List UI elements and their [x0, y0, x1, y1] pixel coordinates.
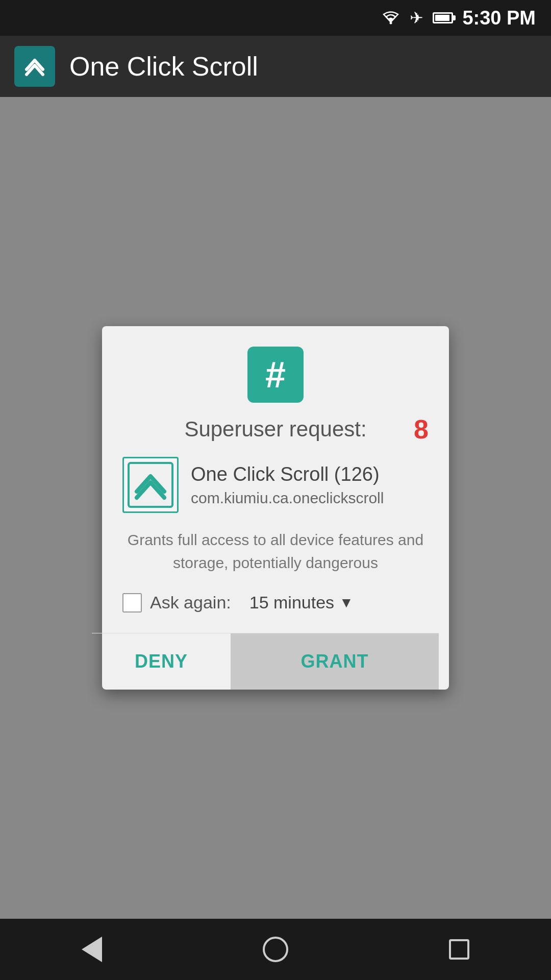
warning-text: Grants full access to all device feature…: [122, 528, 429, 574]
back-button[interactable]: [71, 929, 112, 970]
ask-again-checkbox[interactable]: [122, 593, 142, 612]
airplane-icon: ✈: [410, 8, 423, 28]
back-icon: [82, 937, 102, 962]
nav-bar: [0, 919, 551, 980]
status-bar: ✈ 5:30 PM: [0, 0, 551, 36]
grant-button[interactable]: GRANT: [231, 633, 439, 690]
app-info-package: com.kiumiu.ca.oneclickscroll: [191, 489, 384, 507]
request-count: 8: [414, 414, 429, 445]
home-icon: [263, 937, 288, 962]
app-info-text: One Click Scroll (126) com.kiumiu.ca.one…: [191, 463, 384, 507]
app-bar: One Click Scroll: [0, 36, 551, 97]
app-bar-title: One Click Scroll: [69, 51, 258, 82]
status-icons: ✈ 5:30 PM: [381, 7, 536, 29]
time-value: 15 minutes: [249, 593, 334, 612]
app-info-name: One Click Scroll (126): [191, 463, 384, 485]
recents-icon: [449, 939, 469, 960]
dialog-buttons: DENY GRANT: [92, 633, 439, 690]
app-info-row: One Click Scroll (126) com.kiumiu.ca.one…: [122, 457, 429, 513]
deny-button[interactable]: DENY: [92, 633, 231, 690]
time-dropdown[interactable]: 15 minutes ▼: [249, 593, 354, 612]
hash-symbol: #: [265, 356, 286, 393]
app-bar-icon: [14, 46, 55, 87]
status-time: 5:30 PM: [462, 7, 536, 29]
ask-again-label: Ask again:: [150, 593, 231, 612]
wifi-icon: [381, 11, 400, 25]
dialog-title-row: Superuser request: 8: [122, 417, 429, 442]
svg-point-0: [390, 22, 392, 24]
ask-again-row[interactable]: Ask again: 15 minutes ▼: [122, 593, 429, 612]
superuser-dialog: # Superuser request: 8 One Click Scroll …: [102, 326, 449, 690]
dialog-title: Superuser request:: [184, 417, 366, 442]
home-button[interactable]: [255, 929, 296, 970]
requesting-app-icon: [122, 457, 179, 513]
superuser-icon: #: [247, 347, 304, 403]
battery-icon: [433, 12, 453, 23]
dropdown-arrow-icon: ▼: [339, 595, 354, 611]
main-content: # Superuser request: 8 One Click Scroll …: [0, 97, 551, 919]
recents-button[interactable]: [439, 929, 480, 970]
